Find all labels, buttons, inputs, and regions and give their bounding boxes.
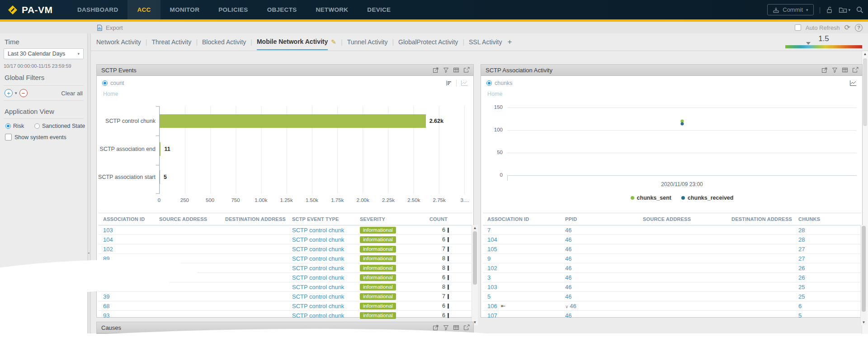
event-type-link[interactable]: SCTP control chunk (288, 265, 355, 272)
col-header-chunks[interactable]: CHUNKS (794, 216, 861, 222)
export-panel-icon[interactable] (463, 67, 470, 73)
refresh-icon[interactable]: ⟳ (844, 24, 850, 31)
event-type-link[interactable]: SCTP control chunk (288, 227, 355, 234)
event-type-link[interactable]: SCTP control chunk (288, 293, 355, 300)
association-id-link[interactable]: 68 (99, 303, 155, 309)
table-scrollbar[interactable]: ▼ (860, 225, 867, 325)
event-type-link[interactable]: SCTP control chunk (288, 236, 355, 243)
bar-sctp-control-chunk[interactable] (160, 114, 426, 128)
chunks-link[interactable]: 26 (794, 265, 861, 272)
maximize-icon[interactable] (433, 67, 439, 73)
event-type-link[interactable]: SCTP control chunk (288, 312, 355, 319)
event-type-link[interactable]: SCTP control chunk (288, 274, 355, 281)
tab-globalprotect-activity[interactable]: GlobalProtect Activity (398, 34, 458, 50)
filter-icon[interactable] (832, 67, 838, 73)
data-point-chunks-received[interactable] (680, 122, 684, 126)
association-id-link[interactable]: 102 (483, 265, 561, 272)
legend-item-chunks-received[interactable]: chunks_received (681, 195, 733, 201)
col-header-source-address[interactable]: SOURCE ADDRESS (155, 216, 221, 222)
table-scrollbar[interactable]: ▲ ▼ (472, 225, 478, 325)
tab-network-activity[interactable]: Network Activity (96, 34, 141, 50)
col-header-count[interactable]: COUNT (415, 216, 472, 222)
scroll-up-arrow[interactable]: ▲ (862, 52, 868, 56)
association-id-link[interactable]: 103 (483, 284, 561, 290)
remove-filter-button[interactable]: − (19, 89, 28, 97)
risk-radio-option[interactable]: Risk (5, 123, 24, 129)
bar-sctp-association-start[interactable] (160, 170, 160, 184)
breadcrumb[interactable]: Home (487, 91, 502, 97)
filter-icon[interactable] (443, 67, 449, 73)
nav-item-objects[interactable]: OBJECTS (258, 0, 307, 19)
ppid-link[interactable]: 46 (561, 255, 638, 262)
add-filter-button[interactable]: + (5, 89, 13, 97)
association-id-link[interactable]: 39 (99, 293, 155, 300)
ppid-link[interactable]: 46 (561, 246, 638, 253)
tab-ssl-activity[interactable]: SSL Activity (469, 34, 502, 50)
chunks-link[interactable]: 6 (794, 303, 861, 309)
chunks-link[interactable]: 28 (794, 236, 861, 243)
bar-sctp-association-end[interactable] (160, 142, 160, 156)
association-id-link[interactable]: 5 (483, 293, 561, 300)
ppid-link[interactable]: 46 (561, 284, 638, 290)
association-id-link[interactable]: 93 (99, 312, 155, 319)
auto-refresh-checkbox[interactable] (795, 24, 801, 31)
page-scrollbar-thumb[interactable] (863, 58, 867, 126)
clear-all-link[interactable]: Clear all (61, 90, 83, 97)
table-scrollbar-thumb[interactable] (473, 231, 477, 285)
help-icon[interactable]: ? (855, 24, 863, 32)
nav-item-network[interactable]: NETWORK (307, 0, 358, 19)
col-header-association-id[interactable]: ASSOCIATION ID (483, 216, 561, 222)
tab-mobile-network-activity[interactable]: Mobile Network Activity (257, 34, 328, 50)
chunks-link[interactable]: 5 (794, 312, 861, 319)
chevron-down-icon[interactable]: ▾ (15, 91, 17, 95)
association-id-link[interactable]: 104 (483, 236, 561, 243)
edit-tab-pencil-icon[interactable]: ✎ (331, 38, 336, 46)
association-id-link[interactable]: 102 (99, 246, 155, 253)
line-chart-icon[interactable] (849, 80, 857, 86)
config-folder-menu[interactable]: ▾ (839, 6, 850, 13)
association-id-link[interactable]: 9 (483, 255, 561, 262)
association-id-link[interactable]: 7 (483, 227, 561, 234)
export-panel-icon[interactable] (852, 67, 859, 73)
ppid-link[interactable]: 46 (561, 227, 638, 234)
nav-item-device[interactable]: DEVICE (358, 0, 400, 19)
ppid-link[interactable]: 46 (570, 303, 576, 309)
commit-button[interactable]: Commit ▾ (767, 4, 813, 15)
col-header-destination-address[interactable]: DESTINATION ADDRESS (727, 216, 794, 222)
nav-item-dashboard[interactable]: DASHBOARD (68, 0, 127, 19)
add-tab-button[interactable]: + (507, 37, 512, 47)
scroll-up-arrow[interactable]: ▲ (472, 226, 478, 230)
event-type-link[interactable]: SCTP control chunk (288, 246, 355, 253)
association-id-link[interactable]: 107 (483, 312, 561, 319)
chunks-link[interactable]: 27 (794, 255, 861, 262)
association-id-link[interactable]: 3 (483, 274, 561, 281)
table-scrollbar-thumb[interactable] (862, 226, 866, 312)
col-header-ppid[interactable]: PPID (561, 216, 638, 222)
filter-icon[interactable] (443, 325, 449, 331)
ppid-link[interactable]: 46 (561, 265, 638, 272)
metric-radio-icon[interactable] (486, 80, 492, 86)
association-id-link[interactable]: 104 (99, 236, 155, 243)
ppid-link[interactable]: 46 (561, 293, 638, 300)
time-range-select[interactable]: Last 30 Calendar Days ▾ (4, 48, 84, 59)
nav-item-acc[interactable]: ACC (127, 0, 160, 19)
legend-item-chunks-sent[interactable]: chunks_sent (631, 195, 671, 201)
tab-threat-activity[interactable]: Threat Activity (151, 34, 191, 50)
tab-blocked-activity[interactable]: Blocked Activity (202, 34, 246, 50)
association-id-link[interactable]: 103 (99, 227, 155, 234)
col-header-association-id[interactable]: ASSOCIATION ID (99, 216, 155, 222)
chevron-down-icon[interactable]: ∨ (565, 304, 568, 309)
nav-item-policies[interactable]: POLICIES (209, 0, 257, 19)
breadcrumb[interactable]: Home (103, 91, 118, 97)
association-id-link[interactable]: 106 (487, 303, 497, 309)
chunks-link[interactable]: 25 (794, 293, 861, 300)
association-id-link[interactable]: 105 (483, 246, 561, 253)
bar-chart-icon[interactable] (446, 80, 452, 86)
event-type-link[interactable]: SCTP control chunk (288, 303, 355, 309)
col-header-severity[interactable]: SEVERITY (355, 216, 415, 222)
export-button[interactable]: Export (96, 22, 123, 33)
ppid-link[interactable]: 46 (561, 274, 638, 281)
table-view-icon[interactable] (842, 67, 848, 73)
table-view-icon[interactable] (453, 324, 459, 331)
col-header-sctp-event-type[interactable]: SCTP EVENT TYPE (288, 216, 355, 222)
